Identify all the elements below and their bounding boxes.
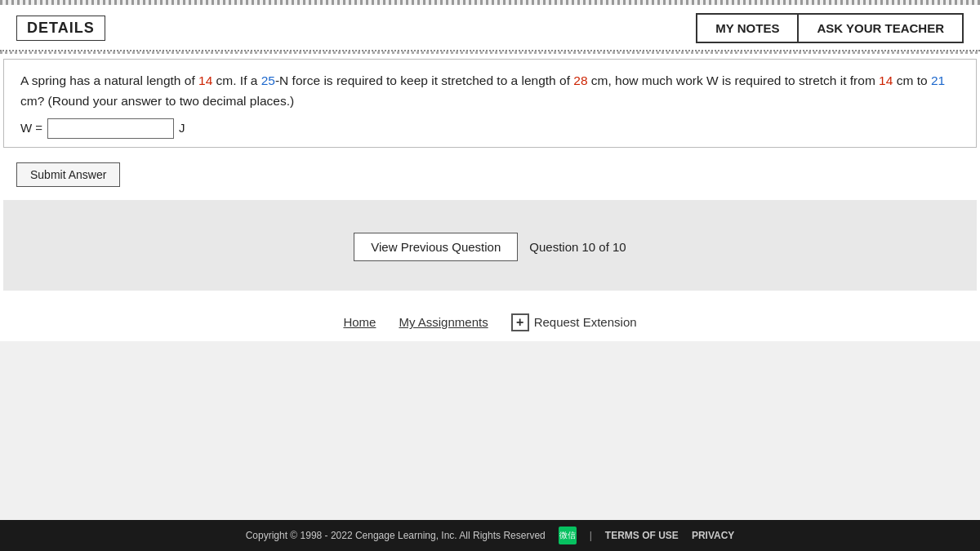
wechat-icon: 微信 [559, 527, 577, 544]
j-label: J [179, 118, 185, 138]
copyright-text: Copyright © 1998 - 2022 Cengage Learning… [246, 530, 546, 541]
w-input[interactable] [47, 118, 174, 139]
w-label: W = [20, 118, 42, 138]
my-notes-button[interactable]: MY NOTES [696, 13, 799, 43]
terms-of-use-link[interactable]: TERMS OF USE [605, 530, 679, 541]
separator: | [590, 530, 592, 541]
question-counter: Question 10 of 10 [518, 240, 626, 254]
copyright-bar: Copyright © 1998 - 2022 Cengage Learning… [0, 520, 980, 551]
plus-icon: + [511, 313, 529, 331]
view-previous-question-button[interactable]: View Previous Question [354, 233, 518, 261]
my-assignments-link[interactable]: My Assignments [399, 315, 488, 329]
footer-links: Home My Assignments + Request Extension [0, 291, 980, 341]
request-extension-link[interactable]: + Request Extension [511, 313, 637, 331]
privacy-link[interactable]: PRIVACY [692, 530, 734, 541]
details-label: DETAILS [16, 16, 105, 41]
submit-answer-button[interactable]: Submit Answer [16, 162, 120, 187]
navigation-section: View Previous Question Question 10 of 10 [3, 200, 977, 291]
ask-teacher-button[interactable]: ASK YOUR TEACHER [799, 13, 964, 43]
request-extension-label: Request Extension [534, 315, 637, 329]
home-link[interactable]: Home [343, 315, 376, 329]
question-text: A spring has a natural length of 14 cm. … [20, 71, 960, 112]
